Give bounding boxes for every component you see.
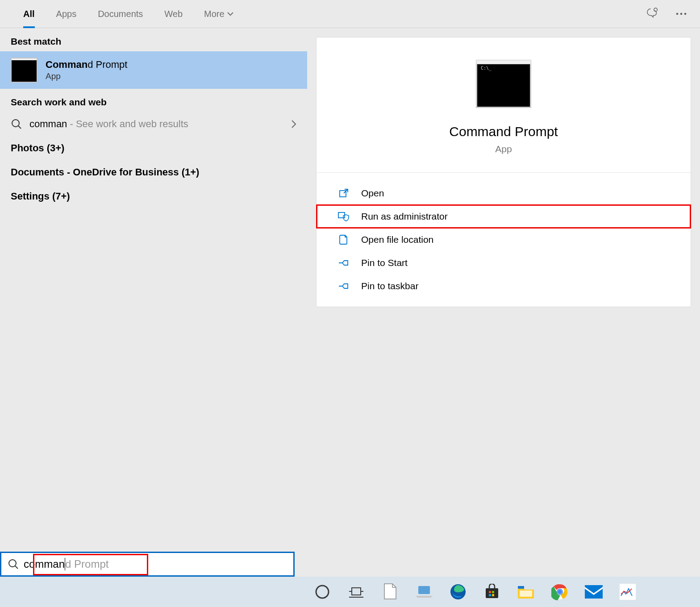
detail-subtitle: App	[495, 144, 512, 154]
taskbar	[0, 577, 700, 607]
svg-rect-29	[619, 583, 636, 600]
search-tabs: All Apps Documents Web More	[0, 0, 700, 28]
svg-point-10	[316, 586, 329, 598]
search-icon	[11, 118, 22, 130]
svg-line-5	[18, 126, 21, 129]
detail-title: Command Prompt	[449, 124, 558, 139]
result-subtitle: App	[46, 71, 127, 81]
taskbar-mail[interactable]	[584, 582, 604, 602]
svg-rect-18	[489, 591, 491, 593]
action-run-as-admin[interactable]: Run as administrator	[317, 205, 691, 228]
svg-rect-21	[492, 594, 494, 596]
category-photos[interactable]: Photos (3+)	[0, 136, 307, 160]
cmd-large-icon	[476, 60, 531, 108]
pin-icon	[338, 257, 350, 269]
tab-documents[interactable]: Documents	[87, 0, 154, 28]
svg-line-9	[15, 566, 18, 569]
best-match-header: Best match	[0, 28, 307, 51]
svg-rect-15	[418, 586, 430, 594]
result-command-prompt[interactable]: Command Prompt App	[0, 51, 307, 89]
taskbar-edge[interactable]	[448, 582, 468, 602]
search-work-web-header: Search work and web	[0, 89, 307, 112]
tab-apps[interactable]: Apps	[46, 0, 88, 28]
taskbar-laptop[interactable]	[414, 582, 434, 602]
svg-point-3	[684, 13, 687, 15]
chevron-right-icon	[291, 120, 296, 129]
svg-rect-22	[518, 586, 524, 589]
taskbar-file[interactable]	[380, 582, 400, 602]
taskbar-cortana[interactable]	[312, 582, 332, 602]
category-settings[interactable]: Settings (7+)	[0, 184, 307, 208]
action-pin-to-start[interactable]: Pin to Start	[317, 251, 691, 274]
svg-rect-20	[489, 594, 491, 596]
action-open-file-location[interactable]: Open file location	[317, 228, 691, 251]
category-documents[interactable]: Documents - OneDrive for Business (1+)	[0, 160, 307, 184]
taskbar-store[interactable]	[482, 582, 502, 602]
shield-icon	[338, 211, 350, 222]
open-icon	[338, 187, 350, 199]
more-icon[interactable]	[675, 8, 688, 20]
cmd-icon	[11, 58, 38, 83]
results-list: Best match Command Prompt App Search wor…	[0, 28, 307, 577]
taskbar-task-view[interactable]	[346, 582, 366, 602]
action-pin-to-taskbar[interactable]: Pin to taskbar	[317, 274, 691, 298]
chevron-down-icon	[227, 12, 233, 16]
svg-point-8	[9, 560, 16, 567]
svg-rect-11	[352, 588, 361, 595]
detail-pane: Command Prompt App Open Run as ad	[307, 28, 700, 577]
svg-point-2	[680, 13, 683, 15]
taskbar-explorer[interactable]	[516, 582, 536, 602]
svg-point-27	[558, 590, 562, 594]
svg-point-1	[676, 13, 679, 15]
web-result-comman[interactable]: comman - See work and web results	[0, 112, 307, 136]
tab-web[interactable]: Web	[154, 0, 193, 28]
taskbar-app[interactable]	[618, 582, 638, 602]
search-icon	[8, 558, 19, 570]
search-input[interactable]: command Prompt	[0, 552, 295, 577]
tab-more[interactable]: More	[193, 0, 244, 28]
svg-rect-23	[520, 590, 532, 597]
folder-icon	[338, 234, 350, 245]
svg-point-4	[12, 120, 19, 127]
action-open[interactable]: Open	[317, 182, 691, 205]
pin-icon	[338, 280, 350, 292]
result-title: Command Prompt	[46, 59, 127, 71]
feedback-icon[interactable]	[646, 8, 659, 20]
svg-rect-28	[585, 585, 603, 599]
svg-rect-19	[492, 591, 494, 593]
tab-all[interactable]: All	[12, 0, 46, 28]
search-text: command Prompt	[24, 558, 108, 570]
taskbar-chrome[interactable]	[550, 582, 570, 602]
web-result-text: comman - See work and web results	[29, 118, 284, 130]
